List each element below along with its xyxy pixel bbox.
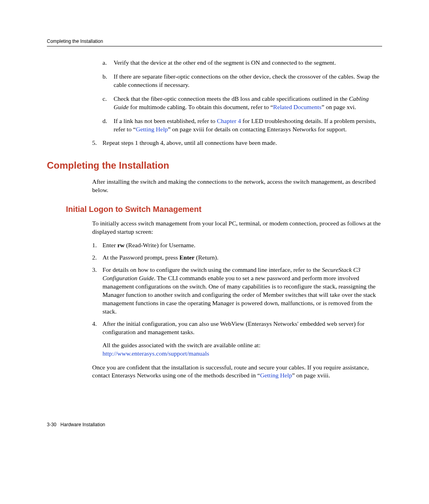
sub-step-list: a. Verify that the device at the other e… (102, 59, 382, 133)
text-segment: If a link has not been established, refe… (114, 117, 217, 124)
xref-link[interactable]: Related Documents (273, 104, 322, 110)
sub-step-text: If a link has not been established, refe… (114, 117, 382, 134)
footer-title: Hardware Installation (60, 422, 105, 427)
logon-step-1: 1. Enter rw (Read-Write) for Username. (92, 241, 382, 250)
text-segment: At the Password prompt, press (102, 254, 180, 261)
step-number: 3. (92, 266, 102, 316)
page-number: 3-30 (47, 422, 56, 427)
page-footer: 3-30 Hardware Installation (47, 421, 105, 428)
sub-step-text: Verify that the device at the other end … (114, 59, 382, 67)
text-segment: for multimode cabling. To obtain this do… (129, 104, 273, 110)
sub-step-letter: c. (102, 95, 114, 112)
bold-text: rw (117, 242, 124, 248)
logon-step-list: 1. Enter rw (Read-Write) for Username. 2… (92, 241, 382, 358)
step-text: Enter rw (Read-Write) for Username. (102, 241, 382, 250)
xref-link[interactable]: Chapter 4 (217, 117, 241, 124)
xref-link[interactable]: Getting Help (260, 372, 292, 379)
logon-step-3: 3. For details on how to configure the s… (92, 266, 382, 316)
closing-paragraph: Once you are confident that the installa… (92, 364, 382, 380)
step-text: For details on how to configure the swit… (102, 266, 382, 316)
text-segment: ” on page xviii for details on contactin… (168, 126, 346, 133)
bold-text: Enter (180, 254, 195, 261)
sub-step-letter: d. (102, 117, 114, 134)
heading-initial-logon: Initial Logon to Switch Management (66, 204, 382, 215)
sub-step-text: If there are separate fiber-optic connec… (114, 73, 382, 89)
text-segment: ” on page xviii. (292, 372, 330, 379)
step-number: 5. (92, 139, 102, 147)
text-segment: All the guides associated with the switc… (102, 342, 261, 348)
sub-step-d: d. If a link has not been established, r… (102, 117, 382, 134)
step-number: 1. (92, 241, 102, 250)
text-segment: (Read-Write) for Username. (125, 242, 195, 248)
sub-step-text: Check that the fiber-optic connection me… (114, 95, 382, 112)
xref-link[interactable]: Getting Help (136, 126, 168, 133)
heading-completing: Completing the Installation (47, 159, 382, 172)
sub-step-b: b. If there are separate fiber-optic con… (102, 73, 382, 89)
sub-step-c: c. Check that the fiber-optic connection… (102, 95, 382, 112)
text-segment: After the initial configuration, you can… (102, 320, 364, 335)
header-title: Completing the Installation (47, 38, 103, 44)
step-5: 5. Repeat steps 1 through 4, above, unti… (92, 139, 382, 147)
text-segment: (Return). (195, 254, 218, 261)
text-segment: For details on how to configure the swit… (102, 266, 322, 273)
step-text: Repeat steps 1 through 4, above, until a… (102, 139, 382, 147)
step-number: 4. (92, 320, 102, 358)
text-segment: Check that the fiber-optic connection me… (114, 95, 349, 102)
step-text: After the initial configuration, you can… (102, 320, 382, 358)
step-list: 5. Repeat steps 1 through 4, above, unti… (92, 139, 382, 147)
sub-step-a: a. Verify that the device at the other e… (102, 59, 382, 67)
completing-intro: After installing the switch and making t… (92, 178, 382, 194)
url-link[interactable]: http://www.enterasys.com/support/manuals (102, 350, 209, 357)
step-4-note: All the guides associated with the switc… (102, 341, 382, 358)
text-segment: Enter (102, 242, 117, 248)
initial-logon-intro: To initially access switch management fr… (92, 219, 382, 236)
step-text: At the Password prompt, press Enter (Ret… (102, 254, 382, 262)
page-header: Completing the Installation (47, 38, 382, 46)
document-page: Completing the Installation a. Verify th… (0, 0, 429, 504)
sub-step-letter: a. (102, 59, 114, 67)
sub-step-letter: b. (102, 73, 114, 89)
step-number: 2. (92, 254, 102, 262)
page-content: a. Verify that the device at the other e… (47, 59, 382, 385)
logon-step-4: 4. After the initial configuration, you … (92, 320, 382, 358)
text-segment: ” on page xvi. (321, 104, 356, 110)
logon-step-2: 2. At the Password prompt, press Enter (… (92, 254, 382, 262)
